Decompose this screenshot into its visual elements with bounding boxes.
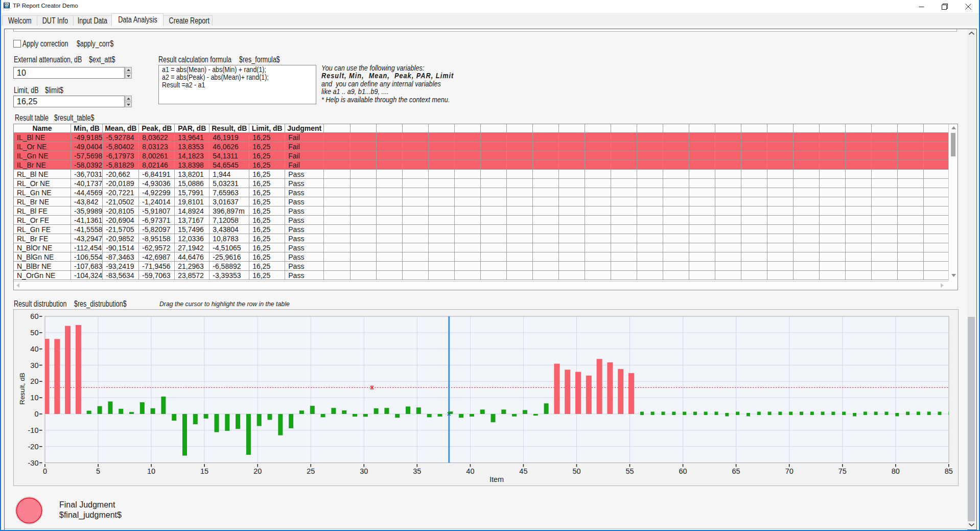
svg-text:20: 20	[30, 377, 38, 385]
svg-text:30: 30	[30, 361, 38, 370]
svg-text:65: 65	[732, 467, 740, 475]
svg-text:45: 45	[519, 467, 527, 475]
svg-text:40: 40	[466, 467, 474, 475]
svg-text:-10: -10	[28, 426, 39, 434]
svg-text:Item: Item	[489, 475, 504, 483]
svg-text:70: 70	[785, 467, 794, 475]
svg-text:Result, dB: Result, dB	[18, 373, 26, 404]
svg-text:40: 40	[30, 345, 38, 353]
svg-text:55: 55	[625, 467, 634, 475]
svg-text:10: 10	[147, 467, 155, 475]
svg-text:-20: -20	[28, 443, 39, 451]
svg-text:30: 30	[360, 467, 368, 475]
svg-text:0: 0	[34, 410, 38, 418]
svg-text:20: 20	[253, 467, 262, 475]
svg-text:50: 50	[572, 467, 580, 475]
svg-text:60: 60	[30, 312, 38, 320]
svg-text:75: 75	[838, 467, 847, 475]
svg-text:50: 50	[30, 329, 38, 337]
svg-text:25: 25	[307, 467, 315, 475]
svg-text:0: 0	[43, 467, 47, 475]
svg-text:80: 80	[892, 467, 900, 475]
svg-text:35: 35	[413, 467, 421, 475]
svg-text:60: 60	[679, 467, 687, 475]
svg-text:5: 5	[96, 467, 100, 475]
svg-text:-30: -30	[28, 459, 39, 467]
svg-text:85: 85	[945, 467, 953, 475]
svg-text:10: 10	[30, 394, 38, 402]
svg-text:15: 15	[200, 467, 208, 475]
